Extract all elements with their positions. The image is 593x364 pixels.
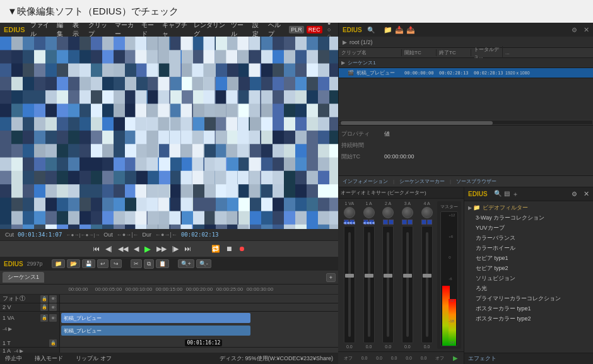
tree-item-yuv[interactable]: YUVカーブ [464, 223, 593, 233]
track-content-1a[interactable] [60, 348, 338, 353]
track-vis-btn-1va[interactable]: 👁 [49, 314, 57, 322]
tl-cut-btn[interactable]: ✂ [131, 259, 142, 268]
play-btn[interactable]: ▶ [143, 244, 153, 254]
effects-filter-icon[interactable]: ▤ [504, 190, 510, 199]
bin-icon-new[interactable]: 📁 [384, 26, 392, 34]
bin-close-icon[interactable]: ✕ [584, 26, 589, 34]
menu-clip[interactable]: クリップ [88, 21, 110, 38]
step-fwd-btn[interactable]: |▶ [170, 244, 181, 254]
tl-redo-btn[interactable]: ↪ [110, 259, 122, 268]
tree-item-poster2[interactable]: ポスターカラー type2 [464, 314, 593, 324]
ch-solo-2a[interactable] [389, 220, 394, 225]
tl-new-btn[interactable]: 📁 [52, 259, 65, 268]
track-content-1t[interactable]: 00:01:16:12 [60, 339, 338, 347]
effects-close-icon[interactable]: ✕ [584, 190, 589, 198]
tl-copy-btn[interactable]: ⧉ [144, 259, 154, 269]
ch-mute-4a[interactable] [421, 220, 426, 225]
track-lock-btn[interactable]: 🔒 [40, 295, 48, 303]
track-lock-btn-1va[interactable]: 🔒 [40, 314, 48, 322]
menu-mode[interactable]: モード [141, 21, 157, 38]
bin-col-header-rest: ... [503, 50, 593, 56]
list-item[interactable]: 🎬 初稿_プレビュー 00:00:00:00 00:02:28:13 00:02… [339, 68, 593, 78]
tree-item-rokou[interactable]: ろ光 [464, 283, 593, 293]
ch-knob-2a[interactable] [382, 207, 394, 218]
ch-mute-2a[interactable] [383, 220, 388, 225]
prev-btn[interactable]: ⏮ [91, 244, 102, 254]
ch-knob-1va[interactable] [344, 207, 355, 218]
track-content-2v[interactable] [60, 303, 338, 311]
menu-marker[interactable]: マーカー [115, 21, 136, 38]
menu-tools[interactable]: ツール [231, 21, 247, 38]
effects-settings-icon[interactable]: ⚙ [572, 191, 577, 197]
effects-add-icon[interactable]: ＋ [512, 190, 519, 199]
clip-1va-a[interactable]: 初稿_プレビュー [61, 313, 250, 323]
rewind-btn[interactable]: ◀◀ [116, 244, 130, 254]
ch-knob-4a[interactable] [421, 207, 433, 218]
menu-capture[interactable]: キャプチャ [162, 21, 189, 38]
mixer-play-btn[interactable]: ▶ [453, 355, 458, 361]
track-vis-btn[interactable]: 👁 [49, 295, 57, 303]
ch-fader-1va[interactable] [344, 226, 355, 343]
ch-mute-1va[interactable]: ◀◀ [344, 220, 349, 225]
track-content-photo[interactable] [60, 295, 338, 303]
tab-seq-marker[interactable]: シーケンスマーカー [399, 178, 445, 185]
tab-source-browser[interactable]: ソースブラウザー [456, 178, 496, 185]
tree-item-primary-cc[interactable]: プライマリーカラーコレクション [464, 293, 593, 303]
step-back-btn[interactable]: ◀| [103, 244, 114, 254]
ch-fader-4a[interactable] [421, 226, 433, 343]
menu-view[interactable]: 表示 [73, 21, 83, 38]
reverse-btn[interactable]: ◀ [132, 244, 141, 254]
fast-forward-btn[interactable]: ▶▶ [155, 244, 168, 254]
tree-item-solvision[interactable]: ソリュビジョン [464, 273, 593, 283]
tree-item-sepia2[interactable]: セピア type2 [464, 263, 593, 273]
tree-item-sepia1[interactable]: セピア type1 [464, 253, 593, 263]
loop-btn[interactable]: 🔁 [209, 244, 222, 254]
ch-knob-3a[interactable] [402, 207, 413, 218]
tree-item-3way[interactable]: 3-Way カラーコレクション [464, 213, 593, 223]
tab-info[interactable]: インフォメーション [343, 178, 388, 185]
tl-zoom-in-btn[interactable]: 🔍+ [178, 259, 194, 268]
tl-save-btn[interactable]: 💾 [82, 259, 95, 268]
track-lock-btn-1t[interactable]: 🔒 [49, 339, 57, 347]
menu-help[interactable]: ヘルプ [268, 21, 284, 38]
tl-add-track-btn[interactable]: + [326, 273, 336, 282]
bin-scrollbar-h[interactable] [339, 120, 593, 125]
bin-icon-export[interactable]: 📤 [406, 26, 415, 34]
effects-bottom-tab[interactable]: エフェクト [464, 353, 593, 364]
menu-settings[interactable]: 設定 [252, 21, 263, 38]
tl-paste-btn[interactable]: 📋 [156, 259, 169, 268]
track-lock-btn-2v[interactable]: 🔒 [40, 303, 48, 311]
tl-zoom-out-btn[interactable]: 🔍- [196, 259, 211, 268]
ch-mute-3a[interactable] [402, 220, 407, 225]
ch-solo-1va[interactable]: ◀◀ [349, 220, 355, 225]
bin-settings-icon[interactable]: ⚙ [572, 26, 577, 33]
menu-render[interactable]: レンダリング [194, 21, 226, 38]
clip-1va-b[interactable]: 初稿_プレビュー [61, 326, 250, 336]
menu-edit[interactable]: 編集 [57, 21, 68, 38]
ch-knob-1a[interactable] [363, 207, 375, 218]
next-btn[interactable]: ⏭ [182, 244, 193, 254]
ch-solo-4a[interactable] [427, 220, 432, 225]
ch-fader-1a[interactable] [363, 226, 375, 343]
ch-fader-2a[interactable] [382, 226, 394, 343]
menu-file[interactable]: ファイル [30, 21, 52, 38]
stop-btn[interactable]: ⏹ [224, 244, 235, 254]
track-vis-btn-2v[interactable]: 👁 [49, 303, 57, 311]
track-content-1va[interactable]: 初稿_プレビュー 初稿_プレビュー [60, 312, 338, 339]
tl-open-btn[interactable]: 📂 [67, 259, 80, 268]
ch-solo-1a[interactable]: ◀◀ [369, 220, 374, 225]
ch-solo-3a[interactable] [408, 220, 413, 225]
tl-undo-btn[interactable]: ↩ [97, 259, 109, 268]
effects-search-icon[interactable]: 🔍 [494, 190, 502, 199]
ch-fader-3a[interactable] [402, 226, 413, 343]
tree-item-poster1[interactable]: ポスターカラー type1 [464, 303, 593, 314]
tree-item-color-balance[interactable]: カラーバランス [464, 233, 593, 243]
ch-mute-1a[interactable]: ◀◀ [363, 220, 368, 225]
tree-folder-video-filter[interactable]: ▶ 📁 ビデオフィルター [464, 203, 593, 213]
bin-clip-header: クリップ名 開始TC 終了TC トータルデュ... ... [339, 48, 593, 58]
record-btn[interactable]: ⏺ [237, 244, 247, 254]
sequence-tab[interactable]: シーケンス1 [3, 272, 44, 283]
list-item[interactable]: ▶ シーケンス1 [339, 58, 593, 68]
tree-item-color-wheel[interactable]: カラーホイール [464, 243, 593, 253]
bin-icon-import[interactable]: 📥 [395, 26, 404, 34]
